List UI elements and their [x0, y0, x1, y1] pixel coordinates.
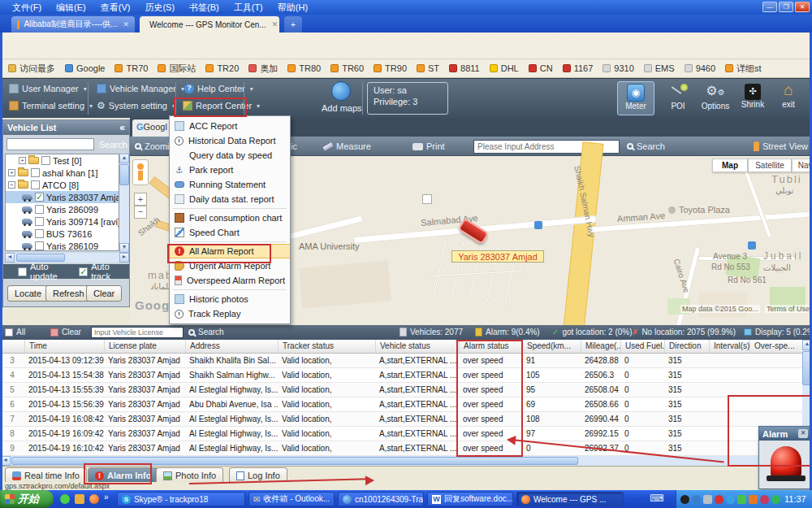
vehicle-search-input[interactable]: [6, 138, 94, 150]
bookmark-item[interactable]: DHL: [486, 63, 522, 74]
bookmark-item[interactable]: TR60: [327, 63, 367, 74]
map-zoom-in-button[interactable]: +: [134, 193, 147, 206]
menu-item-running-statement[interactable]: Running Statement: [170, 177, 290, 192]
browser-menu-item[interactable]: 查看(V): [93, 2, 138, 14]
tab-close-icon[interactable]: ✕: [272, 20, 279, 28]
vehicle-map-label[interactable]: Yaris 283037 Amjad: [451, 250, 544, 263]
table-row[interactable]: 5 2015-04-13 15:55:39 Yaris 283037 Amjad…: [0, 383, 802, 397]
task-word-doc[interactable]: W 回复software.doc...: [427, 492, 513, 506]
terminal-setting-button[interactable]: Terminal setting: [5, 100, 97, 111]
quicklaunch-icon-2[interactable]: [75, 494, 84, 504]
bookmark-item[interactable]: 奥加: [245, 62, 281, 76]
vehicle-manager-button[interactable]: Vehicle Manager: [93, 83, 188, 94]
tab-close-icon[interactable]: ✕: [123, 20, 129, 28]
menu-item-query-by-speed[interactable]: Query data by speed: [170, 148, 290, 163]
collapse-icon[interactable]: [8, 181, 15, 189]
auto-update-checkbox[interactable]: [18, 267, 27, 276]
browser-menu-item[interactable]: 编辑(E): [49, 2, 93, 14]
bookmark-item[interactable]: 9310: [599, 63, 637, 74]
scroll-up-icon[interactable]: ▲: [119, 154, 129, 163]
menu-item-speed-chart[interactable]: Speed Chart: [170, 225, 290, 240]
tree-vscrollbar[interactable]: ▲ ▼: [119, 154, 129, 253]
browser-menu-item[interactable]: 历史(S): [137, 2, 182, 14]
task-skype[interactable]: S Skype® - trackpro18: [117, 492, 245, 506]
bookmark-item[interactable]: 详细st: [722, 62, 765, 76]
bookmark-item[interactable]: TR90: [370, 63, 410, 74]
bookmark-item[interactable]: 9460: [681, 63, 719, 74]
vehicle-checkbox[interactable]: [35, 241, 44, 250]
locate-button[interactable]: Locate: [7, 285, 49, 302]
col-direction[interactable]: Direction: [664, 340, 709, 353]
tree-group-atco[interactable]: ATCO [8]: [6, 179, 119, 191]
menu-item-track-replay[interactable]: Track Replay: [170, 306, 290, 321]
scroll-thumb[interactable]: [16, 254, 65, 262]
browser-menu-item[interactable]: 帮助(H): [270, 2, 315, 14]
scroll-thumb[interactable]: [119, 164, 129, 185]
menu-item-fuel-chart[interactable]: Fuel consumption chart: [170, 211, 290, 225]
table-row[interactable]: 3 2015-04-13 09:12:39 Yaris 283037 Amjad…: [0, 354, 802, 368]
system-setting-button[interactable]: ⚙ System setting: [93, 100, 179, 111]
minimize-button[interactable]: —: [762, 2, 777, 12]
col-time[interactable]: Time: [24, 340, 104, 353]
menu-item-daily-stat[interactable]: Daily data stat. report: [170, 192, 290, 206]
bookmark-item[interactable]: 国际站: [154, 62, 199, 76]
menu-item-historic-photos[interactable]: Historic photos: [170, 292, 290, 306]
table-row[interactable]: 4 2015-04-13 15:54:38 Yaris 283037 Amjad…: [0, 368, 802, 383]
tree-vehicle[interactable]: Yaris 309714 [ravi]: [6, 215, 119, 228]
refresh-button[interactable]: Refresh: [45, 285, 92, 302]
map-terms-link[interactable]: Terms of Use: [765, 305, 811, 313]
vehicle-checkbox[interactable]: [35, 217, 44, 226]
tray-icon-pink[interactable]: [760, 495, 769, 504]
tray-icon-green-check[interactable]: [737, 495, 746, 504]
browser-menu-item[interactable]: 文件(F): [5, 2, 49, 14]
keyboard-layout-icon[interactable]: ⌨: [650, 493, 663, 504]
menu-item-overspeed-alarm[interactable]: Overspeed Alarm Report: [170, 273, 290, 288]
print-tool[interactable]: Print: [412, 141, 445, 151]
col-vehicle-status[interactable]: Vehicle status: [375, 340, 459, 353]
user-manager-button[interactable]: User Manager: [5, 83, 91, 94]
shrink-button[interactable]: ✣ Shrink: [734, 82, 771, 109]
new-tab-button[interactable]: +: [284, 16, 302, 33]
bookmark-item[interactable]: CN: [525, 63, 556, 74]
browser-menu-item[interactable]: 工具(T): [227, 2, 270, 14]
add-maps-icon[interactable]: [331, 81, 351, 101]
browser-tab-gps[interactable]: Welcome --- GPS Monitor Cen... ✕: [140, 16, 279, 33]
col-mileage[interactable]: Mileage(...: [581, 340, 620, 353]
task-browser-page[interactable]: cn1001264309-Tra...: [338, 492, 424, 506]
map-search-tool[interactable]: Search: [627, 141, 665, 151]
map-type-map-button[interactable]: Map: [712, 158, 748, 172]
map-zoom-out-button[interactable]: −: [134, 206, 147, 219]
clear-filter-button[interactable]: Clear: [50, 328, 81, 336]
bookmark-item[interactable]: EMS: [641, 63, 678, 74]
tree-vehicle[interactable]: BUS 73616: [6, 228, 119, 240]
clear-button[interactable]: Clear: [86, 285, 122, 302]
browser-tab-alibaba[interactable]: Alibaba制造商目录----供... ✕: [11, 16, 135, 33]
browser-menu-item[interactable]: 书签(B): [182, 2, 227, 14]
scroll-left-icon[interactable]: ◄: [5, 253, 15, 263]
tray-icon-plus[interactable]: [771, 495, 780, 504]
vehicle-license-input[interactable]: [91, 327, 184, 338]
table-row[interactable]: 9 2015-04-19 16:10:42 Yaris 283037 Amjad…: [0, 441, 802, 456]
vehicle-checkbox[interactable]: [35, 229, 44, 238]
table-row[interactable]: 8 2015-04-19 16:09:42 Yaris 283037 Amjad…: [0, 427, 802, 441]
menu-item-acc-report[interactable]: ACC Report: [170, 119, 290, 133]
col-speed[interactable]: Speed(km...: [522, 340, 581, 353]
group-checkbox[interactable]: [31, 168, 40, 177]
add-maps-label[interactable]: Add maps: [322, 103, 362, 113]
expand-icon[interactable]: [8, 169, 15, 176]
tab-real-time-info[interactable]: Real time Info: [5, 467, 87, 483]
collapse-panel-icon[interactable]: «: [119, 122, 125, 133]
col-address[interactable]: Address: [185, 340, 278, 353]
start-button[interactable]: 开始: [0, 490, 54, 508]
vehicle-checkbox[interactable]: [35, 205, 44, 214]
tray-icon-blue[interactable]: [692, 495, 701, 504]
bookmark-item[interactable]: 访问最多: [5, 62, 58, 76]
qq-icon[interactable]: [680, 495, 689, 504]
tree-vehicle[interactable]: Yaris 286109: [6, 240, 119, 251]
poi-button[interactable]: POI: [659, 82, 697, 111]
bookmark-item[interactable]: ST: [413, 63, 443, 74]
bookmark-item[interactable]: Google: [62, 63, 108, 74]
menu-item-park-report[interactable]: ⚓Park report: [170, 163, 290, 177]
street-view-tool[interactable]: Street View: [754, 141, 808, 151]
meter-button[interactable]: ◉ Meter: [617, 81, 654, 115]
